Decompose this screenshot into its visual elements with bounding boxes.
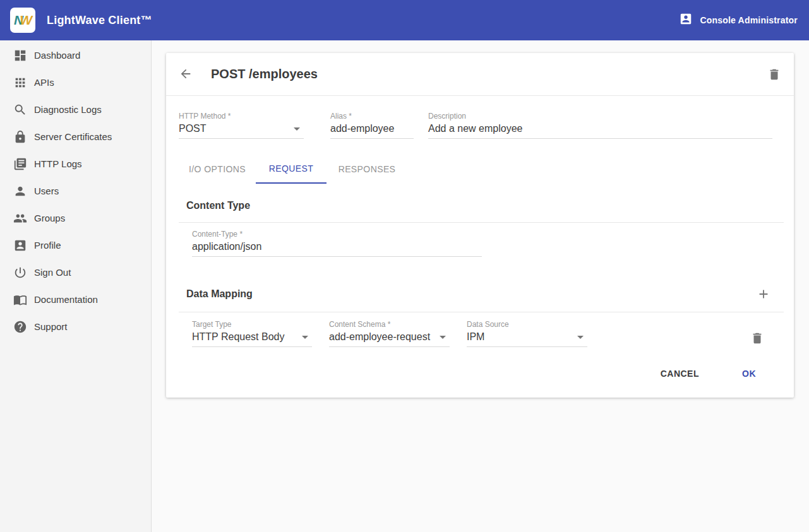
tab-responses[interactable]: RESPONSES	[327, 154, 407, 184]
sidebar: Dashboard APIs Diagnostic Logs Server Ce…	[0, 40, 152, 532]
sidebar-item-label: Support	[34, 321, 68, 332]
sidebar-item-profile[interactable]: Profile	[0, 232, 151, 259]
back-arrow-icon[interactable]	[179, 67, 194, 82]
sidebar-item-label: Sign Out	[34, 267, 71, 278]
people-icon	[13, 211, 28, 226]
user-menu[interactable]: Console Administrator	[679, 12, 798, 28]
sidebar-item-groups[interactable]: Groups	[0, 204, 151, 232]
sidebar-item-label: Profile	[34, 240, 61, 251]
sidebar-item-label: Users	[34, 186, 59, 196]
sidebar-item-server-certificates[interactable]: Server Certificates	[0, 123, 151, 150]
sidebar-item-sign-out[interactable]: Sign Out	[0, 259, 151, 286]
http-method-select[interactable]: HTTP Method * POST	[179, 112, 304, 139]
alias-value: add-employee	[330, 123, 394, 134]
search-icon	[13, 102, 28, 117]
sidebar-item-label: Server Certificates	[34, 131, 112, 142]
add-mapping-icon[interactable]	[757, 287, 770, 301]
apps-icon	[13, 75, 28, 90]
target-type-select[interactable]: Target Type HTTP Request Body	[192, 320, 312, 347]
tab-bar: I/O OPTIONS REQUEST RESPONSES	[179, 154, 794, 184]
tab-io-options[interactable]: I/O OPTIONS	[179, 154, 256, 184]
sidebar-item-documentation[interactable]: Documentation	[0, 286, 151, 313]
topbar: NW LightWave Client™ Console Administrat…	[0, 0, 809, 40]
sidebar-item-label: Documentation	[34, 294, 98, 305]
sidebar-item-label: Dashboard	[34, 50, 80, 61]
sidebar-item-label: Groups	[34, 213, 65, 223]
person-icon	[13, 184, 28, 199]
description-field[interactable]: Description Add a new employee	[428, 112, 772, 139]
sidebar-item-label: APIs	[34, 77, 54, 88]
chevron-down-icon	[302, 336, 308, 339]
http-method-label: HTTP Method *	[179, 112, 304, 121]
chevron-down-icon	[440, 336, 446, 339]
alias-field[interactable]: Alias * add-employee	[330, 112, 414, 139]
content-type-heading: Content Type	[186, 200, 794, 211]
sidebar-item-label: HTTP Logs	[34, 158, 82, 169]
data-mapping-row: Target Type HTTP Request Body Content Sc…	[192, 320, 794, 347]
sidebar-item-diagnostic-logs[interactable]: Diagnostic Logs	[0, 96, 151, 123]
card-header: POST /employees	[166, 53, 794, 96]
content-type-label: Content-Type *	[192, 230, 482, 239]
content-type-value: application/json	[192, 241, 261, 252]
data-source-select[interactable]: Data Source IPM	[467, 320, 587, 347]
chevron-down-icon	[577, 336, 584, 339]
content-schema-label: Content Schema *	[329, 320, 450, 329]
main-content: POST /employees HTTP Method * POST Alias…	[152, 40, 809, 532]
tab-request[interactable]: REQUEST	[256, 154, 327, 184]
sidebar-item-label: Diagnostic Logs	[34, 104, 102, 115]
data-source-value: IPM	[467, 331, 484, 343]
content-schema-select[interactable]: Content Schema * add-employee-request	[329, 320, 450, 347]
http-method-value: POST	[179, 123, 207, 134]
sidebar-item-support[interactable]: Support	[0, 313, 151, 340]
description-label: Description	[428, 112, 772, 121]
user-name: Console Administrator	[700, 15, 798, 25]
app-logo: NW	[10, 8, 35, 33]
content-type-field[interactable]: Content-Type * application/json	[192, 230, 482, 257]
data-mapping-header: Data Mapping	[186, 287, 770, 301]
account-box-icon	[679, 12, 693, 28]
ok-button[interactable]: OK	[742, 369, 756, 379]
endpoint-card: POST /employees HTTP Method * POST Alias…	[166, 53, 794, 398]
delete-endpoint-icon[interactable]	[767, 68, 781, 81]
power-icon	[13, 265, 28, 280]
dashboard-icon	[13, 48, 28, 63]
section-divider	[179, 222, 784, 223]
book-icon	[13, 292, 28, 307]
delete-mapping-icon[interactable]	[750, 331, 764, 345]
description-value: Add a new employee	[428, 123, 522, 134]
sidebar-item-http-logs[interactable]: HTTP Logs	[0, 150, 151, 177]
library-icon	[13, 157, 28, 172]
data-mapping-heading: Data Mapping	[186, 288, 253, 300]
logo-letter-w: W	[20, 13, 32, 28]
page-title: POST /employees	[211, 67, 318, 81]
alias-label: Alias *	[330, 112, 414, 121]
target-type-value: HTTP Request Body	[192, 331, 284, 343]
chevron-down-icon	[294, 127, 300, 131]
form-actions: CANCEL OK	[166, 347, 794, 398]
sidebar-item-dashboard[interactable]: Dashboard	[0, 42, 151, 69]
sidebar-item-users[interactable]: Users	[0, 177, 151, 204]
section-divider	[179, 312, 784, 312]
cancel-button[interactable]: CANCEL	[661, 369, 699, 379]
help-icon	[13, 319, 28, 334]
sidebar-item-apis[interactable]: APIs	[0, 69, 151, 96]
endpoint-fields-row: HTTP Method * POST Alias * add-employee …	[166, 96, 794, 139]
app-title: LightWave Client™	[47, 14, 152, 27]
content-schema-value: add-employee-request	[329, 331, 430, 343]
data-source-label: Data Source	[467, 320, 587, 329]
lock-icon	[13, 129, 28, 145]
target-type-label: Target Type	[192, 320, 312, 329]
account-box-icon	[13, 238, 28, 253]
